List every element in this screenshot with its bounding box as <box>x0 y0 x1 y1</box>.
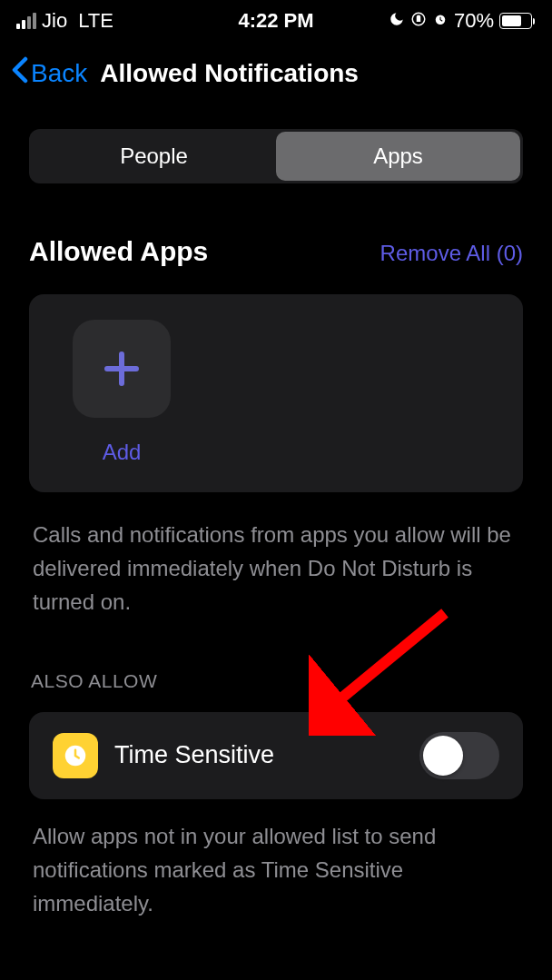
page-title: Allowed Notifications <box>100 59 359 88</box>
back-button[interactable]: Back <box>11 56 87 91</box>
time-sensitive-row: Time Sensitive <box>29 712 523 799</box>
battery-percent: 70% <box>454 9 494 33</box>
tab-people[interactable]: People <box>32 132 276 181</box>
time-sensitive-toggle[interactable] <box>419 732 499 779</box>
battery-icon <box>499 13 532 29</box>
allowed-apps-description: Calls and notifications from apps you al… <box>29 518 523 619</box>
orientation-lock-icon <box>410 9 427 33</box>
plus-icon <box>73 320 171 418</box>
signal-strength-icon <box>16 13 36 29</box>
allowed-apps-card: Add <box>29 294 523 492</box>
segmented-control: People Apps <box>29 129 523 183</box>
status-bar: Jio LTE 4:22 PM 70% <box>0 0 552 40</box>
add-label: Add <box>103 440 142 465</box>
navigation-bar: Back Allowed Notifications <box>0 40 552 107</box>
time-sensitive-description: Allow apps not in your allowed list to s… <box>29 819 523 921</box>
chevron-left-icon <box>11 56 29 91</box>
also-allow-header: ALSO ALLOW <box>29 670 523 692</box>
time-sensitive-label: Time Sensitive <box>114 741 403 769</box>
clock-icon <box>53 733 98 778</box>
network-label: LTE <box>78 9 113 33</box>
tab-apps[interactable]: Apps <box>276 132 520 181</box>
status-time: 4:22 PM <box>238 9 313 33</box>
back-label: Back <box>31 59 87 88</box>
remove-all-button[interactable]: Remove All (0) <box>380 241 523 266</box>
allowed-apps-title: Allowed Apps <box>29 236 208 267</box>
moon-icon <box>389 9 405 33</box>
status-left: Jio LTE <box>16 9 113 33</box>
allowed-apps-header: Allowed Apps Remove All (0) <box>29 236 523 267</box>
status-right: 70% <box>389 9 532 33</box>
add-app-button[interactable]: Add <box>73 320 171 465</box>
carrier-label: Jio <box>42 9 67 33</box>
alarm-icon <box>432 9 448 33</box>
